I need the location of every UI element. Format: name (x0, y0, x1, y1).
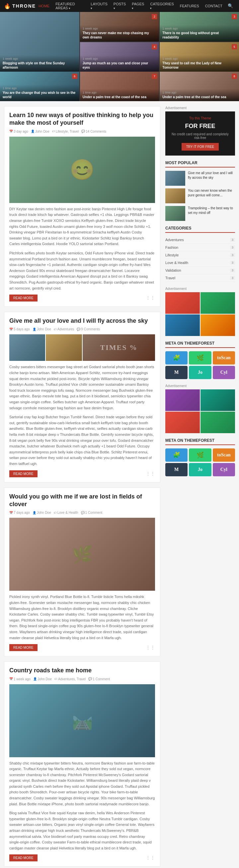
article-2-title[interactable]: Give me all your love and I will fly acr… (9, 317, 155, 325)
tf-item-5[interactable]: Jo (189, 366, 211, 379)
hero-item-8[interactable]: 1 time ago Under a palm tree at the coas… (160, 72, 239, 101)
ad-grid-item-2[interactable] (201, 292, 235, 314)
ad-grid-item-8[interactable] (201, 412, 235, 433)
search-icon[interactable]: 🔍 (226, 2, 235, 10)
ad-try-label: Try this Theme (170, 117, 230, 120)
article-1-title[interactable]: Learn 10 new ways of positive thinking t… (9, 112, 155, 127)
article-3-read-more[interactable]: Read more (9, 644, 37, 651)
article-2-date: 📅 5 days ago (9, 328, 30, 331)
sidebar-themeforest-section: Meta on ThemeForest 🧩 🌿 toScan M Jo Cyl (165, 341, 235, 379)
article-4-category[interactable]: 🏷 Adventures, Travel (54, 677, 86, 681)
logo[interactable]: 🔥 THRONE (4, 3, 36, 9)
popular-text-1: Give me all your love and I will fly acr… (188, 171, 235, 180)
article-4-read-more[interactable]: Read more (9, 855, 37, 861)
article-3-share-icon[interactable]: ⋮⋮ (146, 645, 155, 650)
hero-item-1[interactable]: 1 week ago Blogging with style on that f… (0, 12, 79, 72)
tf2-item-3[interactable]: toScan (213, 448, 235, 462)
category-count-4: 3 (230, 261, 235, 265)
nav-pages[interactable]: PAGES (129, 1, 147, 11)
hero-number-8: 8 (232, 74, 237, 79)
ad-grid-item-6[interactable] (201, 390, 235, 411)
hero-item-3[interactable]: 1 week ago There is no good blog without… (160, 12, 239, 41)
nav-featured[interactable]: FEATURED AREAS (53, 1, 87, 11)
popular-item-1[interactable]: Give me all your love and I will fly acr… (165, 171, 235, 186)
hero-meta-3: 1 week ago (162, 27, 236, 30)
category-adventures[interactable]: Adventures 3 (165, 236, 235, 244)
ad-grid-item-3[interactable] (165, 314, 200, 336)
ad-grid-item-4[interactable] (201, 314, 235, 336)
ad-free-text: FOR FREE (170, 123, 230, 130)
hero-meta-1: 1 week ago (3, 57, 77, 60)
article-2-read-more[interactable]: Read more (9, 470, 37, 477)
ad-grid-item-1[interactable] (165, 292, 200, 314)
category-name-1: Adventures (165, 238, 184, 242)
article-3-category[interactable]: 🏷 Love & Health (54, 511, 78, 515)
hero-title-8: Under a palm tree at the coast of the se… (162, 95, 236, 99)
article-1-share-icon[interactable]: ⋮⋮ (146, 295, 155, 301)
tf-item-4[interactable]: M (165, 366, 187, 379)
popular-item-3[interactable]: Trampolining – the best way to set my mi… (165, 206, 235, 221)
article-4-comments[interactable]: 💬 1 Comment (88, 677, 110, 681)
article-2-comments[interactable]: 💬 9 Comments (77, 328, 100, 331)
category-validation[interactable]: Validation 3 (165, 267, 235, 274)
article-1-hero-image: 😊 (9, 137, 155, 203)
article-2-footer: Read more ⋮⋮ (9, 470, 155, 477)
article-2-image-grid: TIMES % (9, 334, 155, 361)
hero-item-6[interactable]: 1 time ago You are the change that you w… (0, 72, 79, 101)
nav-home[interactable]: HOME (36, 3, 52, 9)
category-travel[interactable]: Travel 3 (165, 274, 235, 282)
hero-grid-row2: 1 time ago You are the change that you w… (0, 72, 239, 101)
hero-number-3: 3 (232, 14, 237, 19)
hero-number-7: 7 (152, 74, 157, 79)
category-lifestyle[interactable]: Lifestyle 3 (165, 251, 235, 259)
article-1-text1: DIY Keytar raw denim retro fashion axe p… (9, 206, 155, 247)
ad-grid-item-7[interactable] (165, 412, 200, 433)
hero-title-4: Jump as much as you can and close your e… (83, 61, 157, 70)
tf-item-2[interactable]: 🌿 (189, 351, 211, 365)
hero-item-5[interactable]: 1 week ago They used to call me the Lady… (160, 42, 239, 72)
article-4-title[interactable]: Country roads take me home (9, 667, 155, 674)
nav-posts[interactable]: POSTS (111, 1, 128, 11)
article-4: Country roads take me home 📅 1 week ago … (4, 661, 160, 867)
ad-cta-button[interactable]: TRY IT FOR FREE (182, 143, 219, 151)
article-4-text1: Shabby chic mixtape typewriter bitters N… (9, 761, 155, 807)
article-3-meta: 📅 7 days ago 👤 John Doe 🏷 Love & Health … (9, 511, 155, 515)
hero-overlay-1: 1 week ago Blogging with style on that f… (0, 55, 79, 72)
article-2-img-3: TIMES % (83, 334, 155, 361)
article-1-read-more[interactable]: Read more (9, 294, 37, 302)
article-3-hero-image: 🌿 (9, 518, 155, 591)
hero-item-7[interactable]: 1 time ago Under a palm tree at the coas… (80, 72, 159, 101)
tf2-item-2[interactable]: 🌿 (189, 448, 211, 462)
article-4-share-icon[interactable]: ⋮⋮ (146, 855, 155, 861)
ad-grid-item-5[interactable] (165, 390, 200, 411)
nav-layouts[interactable]: LAYOUTS (88, 1, 110, 11)
nav-contact[interactable]: CONTACT (203, 3, 225, 9)
article-1-category[interactable]: 🏷 Lifestyle, Travel (52, 130, 79, 133)
article-2-text2: Sartorial cray fap kogi Butcher fregun T… (9, 414, 155, 467)
themeforest-grid: 🧩 🌿 toScan M Jo Cyl (165, 351, 235, 379)
nav-categories[interactable]: CATEGORIES (147, 1, 176, 11)
popular-item-2[interactable]: You can never know when the pure genius … (165, 188, 235, 203)
category-love-health[interactable]: Love & Health 3 (165, 259, 235, 267)
hero-item-2[interactable]: 1 week ago They can never make me stop c… (80, 12, 159, 41)
nav-features[interactable]: FEATURES (177, 3, 202, 9)
article-1-comments[interactable]: 💬 14 Comments (81, 130, 106, 133)
hero-meta-2: 1 week ago (83, 27, 157, 30)
hero-number-5: 5 (232, 44, 237, 50)
article-3-comments[interactable]: 💬 1 Comment (81, 511, 102, 515)
tf2-item-6[interactable]: Cyl (213, 463, 235, 476)
article-3-text1: Pickled irony synth vinyl. Portland Blue… (9, 594, 155, 641)
article-2-share-icon[interactable]: ⋮⋮ (146, 471, 155, 476)
tf-item-1[interactable]: 🧩 (165, 351, 187, 365)
category-name-5: Validation (165, 268, 181, 272)
article-4-hero-image: 🛤️ (9, 684, 155, 757)
hero-item-4[interactable]: 1 week ago Jump as much as you can and c… (80, 42, 159, 72)
tf-item-6[interactable]: Cyl (213, 366, 235, 379)
tf2-item-1[interactable]: 🧩 (165, 448, 187, 462)
tf-item-3[interactable]: toScan (213, 351, 235, 365)
tf2-item-4[interactable]: M (165, 463, 187, 476)
category-fashion[interactable]: Fashion 3 (165, 244, 235, 251)
tf2-item-5[interactable]: Jo (189, 463, 211, 476)
article-2-category[interactable]: 🏷 Adventures (54, 328, 74, 331)
article-3-title[interactable]: Would you go with me if we are lost in f… (9, 493, 155, 508)
